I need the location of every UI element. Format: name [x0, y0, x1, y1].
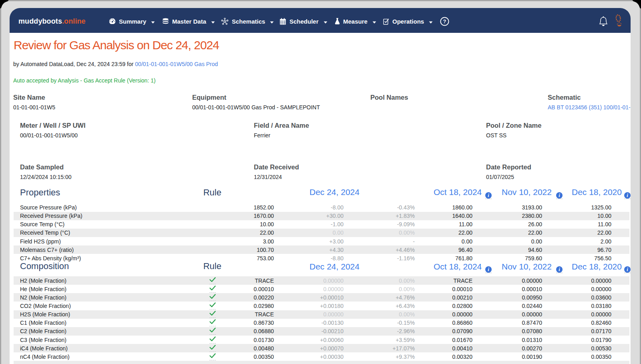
svg-text:?: ?: [443, 18, 446, 24]
